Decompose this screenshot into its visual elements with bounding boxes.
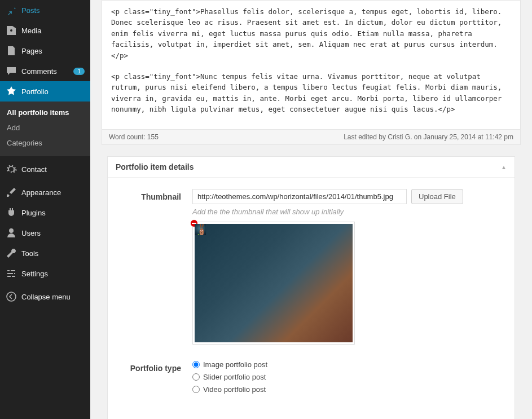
menu-item-contact[interactable]: Contact (0, 159, 90, 179)
portfolio-type-radio-image[interactable] (192, 361, 200, 368)
media-icon (6, 25, 17, 36)
comment-icon (6, 65, 17, 77)
menu-item-appearance[interactable]: Appearance (0, 182, 90, 202)
portfolio-type-radio-video[interactable] (192, 386, 200, 393)
last-edited: Last edited by Cristi G. on January 25, … (344, 133, 513, 141)
svg-point-9 (202, 231, 203, 231)
main-content: <p class="tiny_font">Phasellus felis dol… (90, 0, 532, 419)
sub-item-add[interactable]: Add (0, 120, 90, 135)
portfolio-details-metabox: Portfolio item details ▲ Thumbnail Uploa… (107, 156, 515, 419)
pin-icon (6, 5, 17, 16)
thumbnail-preview (192, 222, 355, 345)
word-count: Word count: 155 (109, 133, 159, 141)
portfolio-submenu: All portfolio items Add Categories (0, 102, 90, 156)
editor-paragraph: <p class="tiny_font">Phasellus felis dol… (111, 6, 511, 61)
menu-item-media[interactable]: Media (0, 20, 90, 41)
menu-item-pages[interactable]: Pages (0, 41, 90, 61)
menu-item-plugins[interactable]: Plugins (0, 202, 90, 223)
radio-label[interactable]: Image portfolio post (203, 360, 267, 369)
menu-item-tools[interactable]: Tools (0, 243, 90, 263)
portfolio-type-field: Portfolio type Image portfolio post Slid… (119, 360, 503, 398)
svg-point-8 (201, 231, 201, 231)
menu-label: Media (21, 27, 85, 35)
menu-label: Plugins (21, 209, 85, 217)
pages-icon (6, 45, 17, 56)
menu-item-settings[interactable]: Settings (0, 263, 90, 284)
menu-label: Tools (21, 249, 85, 258)
menu-label: Collapse menu (21, 293, 85, 301)
admin-sidebar: Posts Media Pages Comments 1 Portfolio A… (0, 0, 90, 419)
upload-file-button[interactable]: Upload File (411, 189, 463, 204)
menu-label: Portfolio (21, 87, 85, 96)
menu-label: Users (21, 229, 85, 237)
thumbnail-field: Thumbnail Upload File Add the the thumbn… (119, 189, 503, 345)
sub-item-categories[interactable]: Categories (0, 135, 90, 151)
menu-label: Contact (21, 165, 85, 174)
star-icon (6, 86, 17, 97)
menu-item-comments[interactable]: Comments 1 (0, 61, 90, 81)
menu-label: Appearance (21, 188, 85, 197)
brush-icon (6, 187, 17, 198)
collapse-icon (6, 291, 17, 302)
svg-point-11 (198, 235, 200, 236)
radio-label[interactable]: Slider portfolio post (203, 373, 266, 381)
radio-label[interactable]: Video portfolio post (203, 385, 266, 394)
menu-item-users[interactable]: Users (0, 223, 90, 243)
menu-item-portfolio[interactable]: Portfolio (0, 81, 90, 102)
user-icon (6, 227, 17, 239)
metabox-toggle-icon[interactable]: ▲ (501, 164, 507, 170)
svg-point-0 (7, 292, 16, 301)
portfolio-type-radio-slider[interactable] (192, 373, 200, 381)
editor-paragraph: <p class="tiny_font">Nunc tempus felis v… (111, 71, 511, 115)
portfolio-type-label: Portfolio type (119, 360, 192, 398)
content-editor: <p class="tiny_font">Phasellus felis dol… (102, 0, 521, 145)
editor-footer: Word count: 155 Last edited by Cristi G.… (102, 129, 520, 144)
menu-item-posts[interactable]: Posts (0, 0, 90, 20)
metabox-header[interactable]: Portfolio item details ▲ (108, 157, 515, 178)
collapse-menu[interactable]: Collapse menu (0, 286, 90, 307)
wrench-icon (6, 248, 17, 259)
thumbnail-url-input[interactable] (192, 189, 407, 204)
comments-badge: 1 (73, 68, 85, 75)
sub-item-all-portfolio[interactable]: All portfolio items (0, 105, 90, 120)
thumbnail-hint: Add the the thumbnail that will show up … (192, 208, 503, 216)
thumbnail-image (195, 224, 353, 342)
metabox-title: Portfolio item details (116, 162, 194, 171)
menu-label: Pages (21, 47, 85, 55)
menu-label: Settings (21, 270, 85, 278)
svg-point-10 (201, 232, 202, 234)
gear-icon (6, 164, 17, 175)
sliders-icon (6, 268, 17, 279)
editor-textarea[interactable]: <p class="tiny_font">Phasellus felis dol… (102, 1, 520, 129)
menu-label: Posts (21, 6, 85, 15)
plug-icon (6, 207, 17, 218)
thumbnail-label: Thumbnail (119, 189, 192, 345)
menu-label: Comments (21, 67, 71, 76)
